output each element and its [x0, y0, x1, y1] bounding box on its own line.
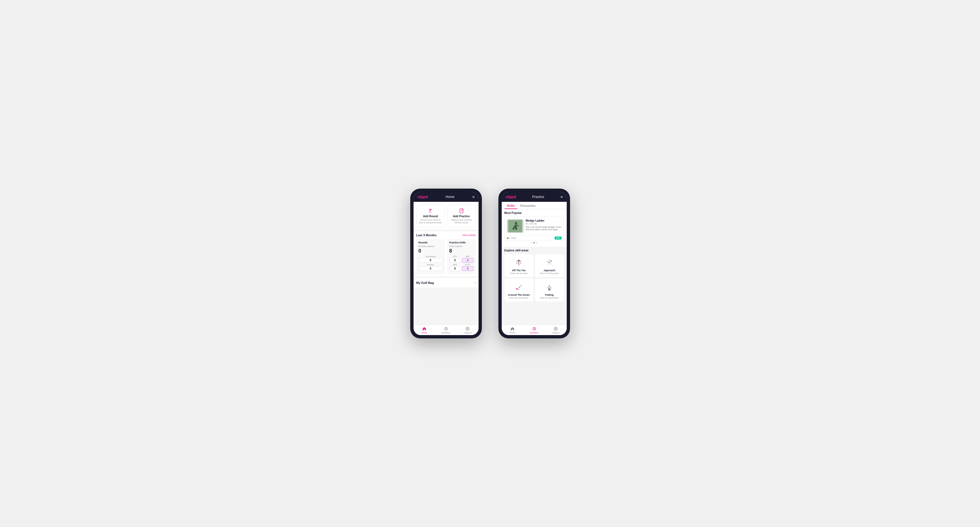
- practice-nav-capture[interactable]: Capture: [545, 325, 567, 335]
- practice-header: clippd Practice ≡: [502, 192, 567, 202]
- most-popular-title: Most Popular: [504, 211, 564, 214]
- practice-page-title: Practice: [532, 195, 544, 199]
- drill-shots: 9 shots: [507, 237, 517, 239]
- logo-2: clippd: [506, 195, 516, 199]
- tab-drills-label: Drills: [507, 204, 515, 207]
- add-practice-desc: Capture your practice off-the-course: [450, 219, 473, 224]
- logo: clippd: [417, 195, 428, 199]
- rounds-capture-label: Rounds Capture: [418, 245, 443, 248]
- app-label: APP: [466, 256, 469, 257]
- drills-row-2: ARG 0 PUTT 4: [449, 264, 474, 271]
- golf-bag-arrow-icon: ›: [475, 281, 476, 285]
- skill-desc-off-the-tee: Power and accuracy: [510, 272, 527, 274]
- explore-section: Explore skill areas: [502, 247, 567, 304]
- skill-grid: Off The Tee Power and accuracy: [504, 254, 564, 302]
- svg-point-27: [551, 260, 552, 261]
- dot-1: [531, 242, 532, 243]
- stats-title: Last 3 Months: [416, 233, 437, 237]
- practice-val: 0: [418, 266, 443, 271]
- practice-label: Practice: [427, 264, 434, 266]
- tab-favourites-label: Favourites: [520, 204, 536, 207]
- drills-title: Practice Drills: [449, 241, 474, 244]
- practice-tabs: Drills Favourites: [502, 202, 567, 209]
- approach-icon: [544, 257, 555, 268]
- carousel-dots: [504, 241, 564, 244]
- add-round-icon: [428, 208, 434, 214]
- skill-name-around-the-green: Around The Green: [508, 294, 530, 296]
- off-the-tee-icon: [513, 257, 524, 268]
- skill-card-putting[interactable]: Putting Make and lag practice: [535, 279, 564, 302]
- drill-info: Wedge Ladder ☆ 50–100 yds Play 1 shot at…: [526, 219, 562, 233]
- svg-point-28: [548, 261, 549, 262]
- explore-title: Explore skill areas: [504, 249, 564, 252]
- phone-practice: clippd Practice ≡ Drills Favourites Most…: [498, 189, 570, 338]
- svg-point-20: [516, 263, 517, 264]
- skill-name-approach: Approach: [544, 269, 555, 272]
- dot-2: [533, 242, 535, 243]
- practice-bottom-nav: Home Activities: [502, 325, 567, 335]
- tab-favourites[interactable]: Favourites: [517, 202, 538, 209]
- home-header: clippd Home ≡: [414, 192, 479, 202]
- svg-line-18: [519, 260, 521, 262]
- drills-capture-label: Drills Capture: [449, 245, 474, 248]
- tournament-val: 0: [418, 258, 443, 263]
- drills-col: Practice Drills Drills Capture 8 OTT 0 A…: [447, 239, 476, 274]
- ott-label: OTT: [453, 256, 457, 257]
- practice-nav-home[interactable]: Home: [502, 325, 523, 335]
- svg-point-34: [549, 286, 550, 287]
- skill-card-off-the-tee[interactable]: Off The Tee Power and accuracy: [504, 254, 533, 277]
- skill-desc-around-the-green: Hone your short game: [509, 297, 528, 299]
- capture-nav-label: Capture: [464, 332, 471, 334]
- practice-menu-icon[interactable]: ≡: [560, 195, 563, 199]
- practice-capture-nav-icon: [554, 327, 558, 331]
- svg-point-33: [549, 289, 550, 290]
- star-icon: ☆: [559, 219, 562, 222]
- putt-val: 4: [462, 266, 474, 271]
- home-nav-icon: [422, 327, 426, 331]
- around-the-green-icon: [513, 281, 524, 292]
- nav-capture[interactable]: Capture: [457, 325, 479, 335]
- add-round-title: Add Round: [423, 215, 438, 218]
- svg-point-14: [515, 222, 517, 225]
- menu-icon[interactable]: ≡: [472, 195, 474, 199]
- skill-card-approach[interactable]: Approach Dial-in to hit the green: [535, 254, 564, 277]
- putting-icon: [544, 281, 555, 292]
- tab-drills[interactable]: Drills: [504, 202, 518, 209]
- skill-card-around-the-green[interactable]: Around The Green Hone your short game: [504, 279, 533, 302]
- tournament-label: Tournament: [425, 256, 436, 257]
- add-round-desc: Record your shots in fast or enhanced mo…: [419, 219, 442, 224]
- nav-activities[interactable]: Activities: [435, 325, 457, 335]
- drill-name: Wedge Ladder: [526, 219, 545, 222]
- quick-actions: Add Round Record your shots in fast or e…: [414, 202, 479, 230]
- nav-home[interactable]: Home: [414, 325, 435, 335]
- rounds-col: Rounds Rounds Capture 0 Tournament 0 Pra…: [416, 239, 445, 274]
- rounds-title: Rounds: [418, 241, 443, 244]
- rounds-total: 0: [418, 248, 443, 254]
- activities-nav-label: Activities: [442, 332, 450, 334]
- ott-val: 0: [449, 258, 461, 263]
- dot-3: [536, 242, 537, 243]
- page-title: Home: [446, 195, 455, 199]
- practice-activities-nav-label: Activities: [530, 332, 539, 334]
- drill-thumbnail: [507, 219, 523, 233]
- practice-capture-nav-label: Capture: [552, 332, 560, 334]
- view-activity-link[interactable]: View Activity: [462, 234, 476, 237]
- drill-card-wedge-ladder[interactable]: Wedge Ladder ☆ 50–100 yds Play 1 shot at…: [504, 217, 564, 241]
- practice-nav-activities[interactable]: Activities: [523, 325, 545, 335]
- skill-name-putting: Putting: [545, 294, 554, 296]
- drills-row-1: OTT 0 APP 4: [449, 256, 474, 263]
- stats-section: Last 3 Months View Activity Rounds Round…: [414, 231, 479, 276]
- phone-home: clippd Home ≡ Add Round Reco: [410, 189, 482, 338]
- skill-desc-approach: Dial-in to hit the green: [540, 272, 559, 274]
- app-val: 4: [462, 258, 474, 263]
- practice-home-nav-icon: [510, 327, 515, 331]
- add-round-card[interactable]: Add Round Record your shots in fast or e…: [416, 205, 445, 227]
- capture-nav-icon: [465, 327, 470, 331]
- svg-point-24: [549, 262, 550, 263]
- putt-stat: PUTT 4: [462, 264, 474, 271]
- putt-label: PUTT: [465, 264, 470, 266]
- shots-dot-icon: [507, 237, 509, 239]
- golf-bag[interactable]: My Golf Bag ›: [414, 278, 479, 287]
- add-practice-card[interactable]: Add Practice Capture your practice off-t…: [447, 205, 476, 227]
- most-popular-section: Most Popular: [502, 209, 567, 247]
